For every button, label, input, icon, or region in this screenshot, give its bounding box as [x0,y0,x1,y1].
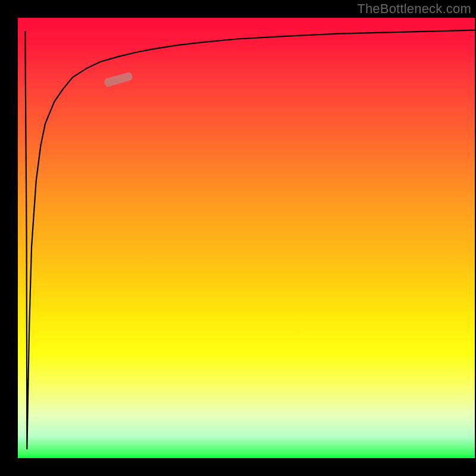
curve-marker [104,71,133,87]
chart-svg [18,18,475,458]
watermark-text: TheBottleneck.com [357,1,471,17]
plot-area [18,18,475,458]
bottleneck-curve-line [25,30,475,449]
